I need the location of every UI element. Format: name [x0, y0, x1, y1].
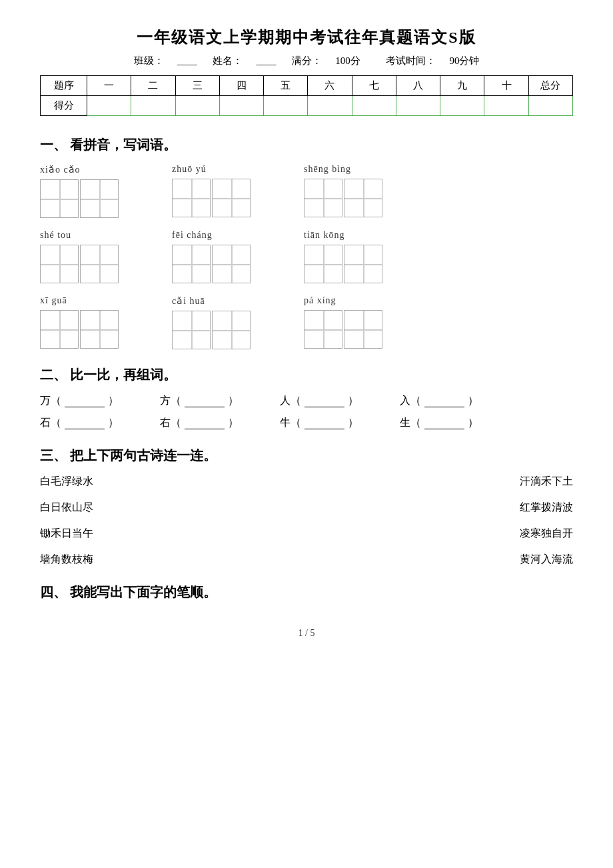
pinyin-item: shēng bìng — [304, 164, 382, 217]
char-box[interactable] — [40, 179, 79, 218]
compare-item: 石（ ） — [40, 416, 140, 430]
compare-char: 人（ — [280, 394, 301, 408]
compare-row: 万（ ）方（ ）人（ ）入（ ） — [40, 394, 573, 408]
compare-section: 万（ ）方（ ）人（ ）入（ ）石（ ）右（ ）牛（ ）生（ ） — [40, 394, 573, 430]
pinyin-label: cǎi huā — [172, 295, 205, 307]
compare-paren: ） — [468, 394, 478, 408]
name-label: 姓名： — [213, 55, 243, 67]
page-number: 1 / 5 — [40, 628, 573, 639]
score-header-cell: 五 — [264, 76, 308, 96]
char-box[interactable] — [304, 310, 342, 349]
char-box[interactable] — [344, 245, 382, 283]
section2-title: 二、 比一比，再组词。 — [40, 366, 573, 384]
poem-right-line: 红掌拨清波 — [520, 501, 573, 515]
score-header-cell: 十 — [484, 76, 528, 96]
compare-char: 石（ — [40, 416, 61, 430]
compare-item: 牛（ ） — [280, 416, 380, 430]
compare-blank[interactable] — [185, 395, 225, 407]
score-header-cell: 一 — [87, 76, 131, 96]
pinyin-item: cǎi huā — [172, 295, 251, 349]
compare-item: 生（ ） — [400, 416, 500, 430]
compare-char: 万（ — [40, 394, 61, 408]
score-cell — [528, 96, 572, 116]
char-box[interactable] — [80, 310, 119, 349]
score-value: 100分 — [335, 55, 360, 67]
pinyin-label: shēng bìng — [304, 164, 351, 175]
score-cell — [175, 96, 219, 116]
char-box[interactable] — [212, 245, 251, 283]
char-box[interactable] — [172, 311, 211, 349]
score-cell — [264, 96, 308, 116]
char-box[interactable] — [40, 310, 79, 349]
char-box[interactable] — [344, 310, 382, 349]
char-box[interactable] — [304, 179, 342, 217]
poem-right: 汗滴禾下土红掌拨清波凌寒独自开黄河入海流 — [520, 475, 573, 567]
pinyin-item: shé tou — [40, 230, 119, 283]
compare-item: 方（ ） — [160, 394, 260, 408]
poem-left-line: 墙角数枝梅 — [40, 553, 93, 567]
compare-blank[interactable] — [305, 417, 344, 429]
char-box[interactable] — [172, 179, 211, 217]
score-cell — [440, 96, 484, 116]
pinyin-label: fēi cháng — [172, 230, 213, 241]
score-header-cell: 题序 — [41, 76, 87, 96]
compare-blank[interactable] — [305, 395, 344, 407]
compare-blank[interactable] — [424, 417, 464, 429]
pinyin-label: xiǎo cǎo — [40, 164, 81, 175]
poem-right-line: 凌寒独自开 — [520, 527, 573, 541]
score-cell: 得分 — [41, 96, 87, 116]
score-header-cell: 总分 — [528, 76, 572, 96]
compare-char: 方（ — [160, 394, 181, 408]
char-box[interactable] — [304, 245, 342, 283]
score-cell — [219, 96, 263, 116]
class-label: 班级： — [134, 55, 164, 67]
pinyin-item: tiān kōng — [304, 230, 382, 283]
pinyin-item: zhuō yú — [172, 164, 251, 217]
score-header-cell: 三 — [175, 76, 219, 96]
char-box[interactable] — [344, 179, 382, 217]
compare-blank[interactable] — [185, 417, 225, 429]
pinyin-item: xī guā — [40, 295, 119, 349]
section4-title: 四、 我能写出下面字的笔顺。 — [40, 583, 573, 601]
pinyin-label: shé tou — [40, 230, 71, 241]
char-box[interactable] — [40, 245, 79, 283]
char-box[interactable] — [80, 179, 119, 218]
poem-left-line: 白毛浮绿水 — [40, 475, 93, 489]
time-value: 90分钟 — [449, 55, 479, 67]
score-header-cell: 六 — [308, 76, 352, 96]
compare-blank[interactable] — [424, 395, 464, 407]
poem-left-line: 锄禾日当午 — [40, 527, 93, 541]
section1-title: 一、 看拼音，写词语。 — [40, 136, 573, 154]
char-boxes — [40, 245, 119, 283]
char-box[interactable] — [212, 311, 251, 349]
char-box[interactable] — [212, 179, 251, 217]
pinyin-label: zhuō yú — [172, 164, 207, 175]
char-box[interactable] — [80, 245, 119, 283]
score-cell — [352, 96, 396, 116]
compare-paren: ） — [348, 416, 358, 430]
compare-blank[interactable] — [65, 417, 105, 429]
pinyin-item: fēi cháng — [172, 230, 251, 283]
compare-paren: ） — [348, 394, 358, 408]
score-cell — [87, 96, 131, 116]
compare-item: 入（ ） — [400, 394, 500, 408]
compare-paren: ） — [108, 394, 119, 408]
score-header-cell: 二 — [131, 76, 175, 96]
pinyin-row: xiǎo cǎozhuō yúshēng bìng — [40, 164, 573, 218]
char-boxes — [40, 179, 119, 218]
compare-blank[interactable] — [65, 395, 105, 407]
char-boxes — [304, 245, 382, 283]
pinyin-section: xiǎo cǎozhuō yúshēng bìngshé toufēi chán… — [40, 164, 573, 349]
score-table-scores: 得分 — [41, 96, 573, 116]
char-boxes — [304, 179, 382, 217]
compare-item: 右（ ） — [160, 416, 260, 430]
poem-left-line: 白日依山尽 — [40, 501, 93, 515]
pinyin-item: pá xíng — [304, 295, 382, 349]
char-box[interactable] — [172, 245, 211, 283]
score-table: 题序一二三四五六七八九十总分 得分 — [40, 75, 573, 116]
score-cell — [131, 96, 175, 116]
page-title: 一年级语文上学期期中考试往年真题语文S版 — [40, 27, 573, 48]
exam-info: 班级：____ 姓名：____ 满分：100分 考试时间：90分钟 — [40, 55, 573, 67]
poem-left: 白毛浮绿水白日依山尽锄禾日当午墙角数枝梅 — [40, 475, 93, 567]
pinyin-label: tiān kōng — [304, 230, 345, 241]
